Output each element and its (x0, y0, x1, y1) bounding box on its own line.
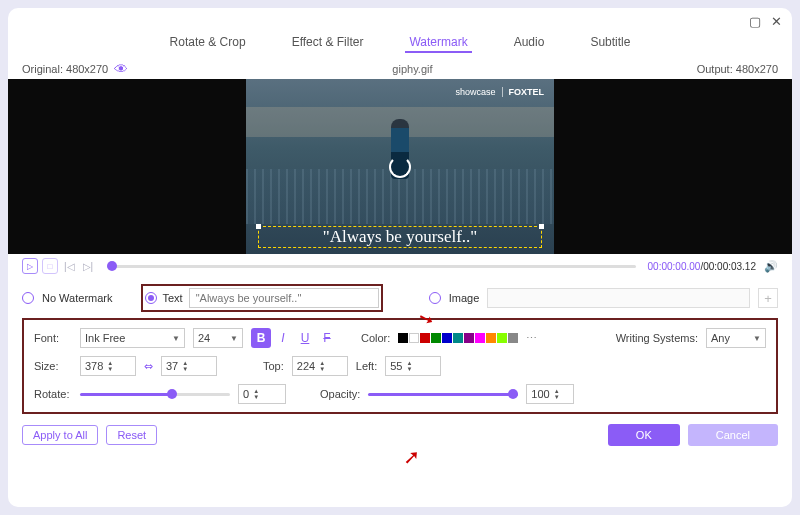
tab-audio[interactable]: Audio (510, 33, 549, 53)
rotate-input[interactable]: 0▲▼ (238, 384, 286, 404)
watermark-settings-panel: Font: Ink Free▼ 24▼ B I U F Color: ⋯ Wri… (22, 318, 778, 414)
next-frame-button[interactable]: ▷| (81, 261, 96, 272)
top-input[interactable]: 224▲▼ (292, 356, 348, 376)
opacity-slider[interactable] (368, 393, 518, 396)
close-button[interactable]: ✕ (771, 14, 782, 29)
filename-label: giphy.gif (128, 63, 696, 75)
writing-systems-select[interactable]: Any▼ (706, 328, 766, 348)
underline-button[interactable]: U (295, 328, 315, 348)
color-swatch[interactable] (508, 333, 518, 343)
tab-watermark[interactable]: Watermark (405, 33, 471, 53)
strike-button[interactable]: F (317, 328, 337, 348)
image-path-input[interactable] (487, 288, 750, 308)
seek-track[interactable] (107, 265, 635, 268)
opacity-input[interactable]: 100▲▼ (526, 384, 574, 404)
minimize-button[interactable]: ▢ (749, 14, 761, 29)
font-label: Font: (34, 332, 72, 344)
color-swatches (398, 333, 518, 343)
font-family-select[interactable]: Ink Free▼ (80, 328, 185, 348)
visibility-icon[interactable]: 👁 (114, 61, 128, 77)
output-size-label: Output: 480x270 (697, 63, 778, 75)
annotation-arrow-icon: ➘ (399, 449, 423, 466)
stop-button[interactable]: □ (42, 258, 58, 274)
reset-button[interactable]: Reset (106, 425, 157, 445)
color-swatch[interactable] (431, 333, 441, 343)
video-preview[interactable]: showcaseFOXTEL "Always be yourself.." (8, 79, 792, 254)
size-label: Size: (34, 360, 72, 372)
top-label: Top: (263, 360, 284, 372)
color-swatch[interactable] (464, 333, 474, 343)
size-height-input[interactable]: 37▲▼ (161, 356, 217, 376)
font-size-select[interactable]: 24▼ (193, 328, 243, 348)
writing-systems-label: Writing Systems: (616, 332, 698, 344)
color-swatch[interactable] (398, 333, 408, 343)
watermark-text-overlay[interactable]: "Always be yourself.." (258, 226, 542, 248)
color-swatch[interactable] (497, 333, 507, 343)
time-display: 00:00:00.00/00:00:03.12 (648, 261, 756, 272)
more-colors-button[interactable]: ⋯ (526, 332, 537, 345)
color-swatch[interactable] (409, 333, 419, 343)
tab-rotate-crop[interactable]: Rotate & Crop (166, 33, 250, 53)
color-swatch[interactable] (486, 333, 496, 343)
replay-icon[interactable] (389, 156, 411, 178)
color-swatch[interactable] (442, 333, 452, 343)
italic-button[interactable]: I (273, 328, 293, 348)
no-watermark-label: No Watermark (42, 292, 113, 304)
color-label: Color: (361, 332, 390, 344)
rotate-label: Rotate: (34, 388, 72, 400)
left-label: Left: (356, 360, 377, 372)
rotate-slider[interactable] (80, 393, 230, 396)
cancel-button[interactable]: Cancel (688, 424, 778, 446)
brand-overlay: showcaseFOXTEL (455, 87, 544, 97)
tab-bar: Rotate & Crop Effect & Filter Watermark … (8, 29, 792, 59)
left-input[interactable]: 55▲▼ (385, 356, 441, 376)
radio-no-watermark[interactable] (22, 292, 34, 304)
color-swatch[interactable] (475, 333, 485, 343)
volume-icon[interactable]: 🔊 (764, 260, 778, 273)
radio-text[interactable] (145, 292, 157, 304)
apply-all-button[interactable]: Apply to All (22, 425, 98, 445)
add-image-button[interactable]: + (758, 288, 778, 308)
link-size-icon[interactable]: ⇔ (144, 360, 153, 373)
prev-frame-button[interactable]: |◁ (62, 261, 77, 272)
opacity-label: Opacity: (320, 388, 360, 400)
play-button[interactable]: ▷ (22, 258, 38, 274)
bold-button[interactable]: B (251, 328, 271, 348)
text-label: Text (163, 292, 183, 304)
original-size-label: Original: 480x270 (22, 63, 108, 75)
tab-subtitle[interactable]: Subtitle (586, 33, 634, 53)
color-swatch[interactable] (453, 333, 463, 343)
size-width-input[interactable]: 378▲▼ (80, 356, 136, 376)
watermark-text-input[interactable] (189, 288, 379, 308)
tab-effect-filter[interactable]: Effect & Filter (288, 33, 368, 53)
color-swatch[interactable] (420, 333, 430, 343)
radio-image[interactable] (429, 292, 441, 304)
ok-button[interactable]: OK (608, 424, 680, 446)
image-label: Image (449, 292, 480, 304)
